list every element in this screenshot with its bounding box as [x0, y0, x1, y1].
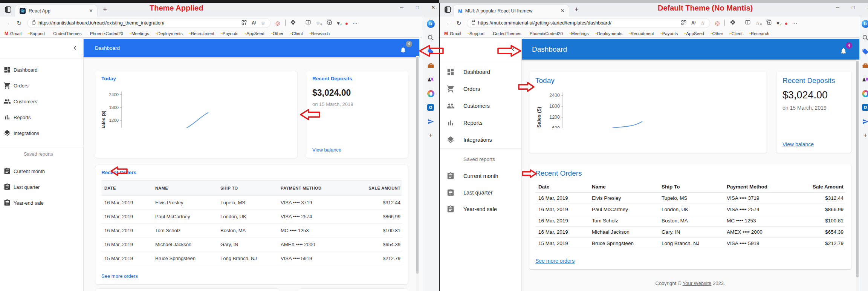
collections-icon[interactable]: [327, 20, 332, 26]
games-icon[interactable]: ♟♜: [861, 75, 868, 84]
sidebar-item-reports[interactable]: Reports: [440, 114, 521, 131]
browser-essentials-icon[interactable]: ♥✓: [776, 20, 782, 26]
minimize-button[interactable]: ─: [834, 5, 841, 10]
sidebar-item-last-quarter[interactable]: Last quarter: [0, 179, 83, 195]
bookmark-support[interactable]: Support: [468, 31, 484, 36]
outlook-icon[interactable]: O: [426, 103, 435, 112]
bookmark-gmail[interactable]: MGmail: [444, 31, 461, 36]
address-bar[interactable]: https://mantisdashboard.io/react/existin…: [27, 18, 270, 28]
add-icon[interactable]: +: [426, 131, 435, 139]
address-bar[interactable]: https://mui.com/material-ui/getting-star…: [467, 18, 710, 28]
office365-icon[interactable]: [426, 89, 435, 98]
tab-close-icon[interactable]: ✕: [88, 8, 94, 14]
sidebar-item-reports[interactable]: Reports: [0, 109, 83, 125]
collapse-drawer-icon[interactable]: [71, 44, 79, 52]
tools-icon[interactable]: [861, 61, 868, 70]
scrollbar-thumb[interactable]: [856, 61, 859, 277]
designer-icon[interactable]: [426, 117, 435, 126]
maximize-button[interactable]: □: [414, 5, 421, 10]
more-options-icon[interactable]: ⋯: [352, 20, 358, 26]
bookmark-gmail[interactable]: MGmail: [5, 31, 21, 36]
notifications-button[interactable]: 4: [400, 43, 410, 53]
favorites-hub-icon[interactable]: ☆≡: [755, 20, 761, 26]
apps-grid-icon[interactable]: [681, 20, 686, 26]
shopping-icon[interactable]: [861, 47, 868, 56]
tools-icon[interactable]: [426, 61, 435, 70]
profile-icon[interactable]: [285, 20, 286, 26]
bookmark-appseed[interactable]: AppSeed: [245, 31, 264, 36]
bookmark-meetings[interactable]: Meetings: [569, 31, 589, 36]
sidebar-item-dashboard[interactable]: Dashboard: [0, 62, 83, 78]
favorite-star-icon[interactable]: ☆: [700, 20, 705, 26]
page-scrollbar[interactable]: [416, 56, 419, 291]
bookmark-recruitment[interactable]: Recruitment: [189, 31, 214, 36]
sidebar-item-customers[interactable]: Customers: [440, 97, 521, 114]
sidebar-item-current-month[interactable]: Current month: [440, 168, 521, 184]
bookmark-meetings[interactable]: Meetings: [130, 31, 149, 36]
screenshot-target-icon[interactable]: ◎: [275, 20, 280, 26]
screenshot-target-icon[interactable]: ◎: [715, 20, 720, 26]
new-tab-button[interactable]: +: [575, 5, 579, 14]
shopping-icon[interactable]: [426, 47, 435, 56]
bookmark-payouts[interactable]: Payouts: [221, 31, 238, 36]
games-icon[interactable]: ♟♜: [426, 75, 435, 84]
add-icon[interactable]: +: [861, 131, 868, 139]
search-icon[interactable]: [861, 34, 868, 42]
scrollbar-thumb[interactable]: [416, 57, 419, 274]
favorite-star-icon[interactable]: ☆: [261, 20, 265, 26]
browser-tab[interactable]: M MUI: A popular React UI framew ✕: [454, 5, 569, 17]
back-icon[interactable]: ←: [5, 20, 14, 26]
tab-actions-icon[interactable]: [5, 6, 11, 13]
refresh-icon[interactable]: ↻: [454, 20, 464, 27]
sidebar-item-integrations[interactable]: Integrations: [440, 131, 521, 148]
browser-essentials-icon[interactable]: ♥✓: [337, 20, 342, 26]
more-options-icon[interactable]: ⋯: [792, 20, 798, 26]
favorites-hub-icon[interactable]: ☆≡: [316, 20, 322, 26]
bookmark-other[interactable]: Other: [711, 31, 723, 36]
bookmark-recruitment[interactable]: Recruitment: [629, 31, 654, 36]
outlook-icon[interactable]: O: [861, 103, 868, 112]
bookmark-deployments[interactable]: Deployments: [595, 31, 622, 36]
bookmark-deployments[interactable]: Deployments: [156, 31, 183, 36]
copilot-icon[interactable]: b: [426, 20, 435, 28]
bookmark-codedthemes[interactable]: CodedThemes: [51, 31, 81, 36]
bookmark-support[interactable]: Support: [28, 31, 45, 36]
tab-actions-icon[interactable]: [445, 6, 451, 13]
sidebar-item-year-end-sale[interactable]: Year-end sale: [440, 201, 521, 217]
new-tab-button[interactable]: +: [103, 5, 107, 14]
bookmark-payouts[interactable]: Payouts: [660, 31, 678, 36]
bookmark-client[interactable]: Client: [290, 31, 303, 36]
sidebar-item-year-end-sale[interactable]: Year-end sale: [0, 195, 83, 211]
bookmark-appseed[interactable]: AppSeed: [684, 31, 704, 36]
apps-grid-icon[interactable]: [241, 20, 247, 26]
bookmark-research[interactable]: Research: [309, 31, 330, 36]
sidebar-item-dashboard[interactable]: Dashboard: [440, 63, 521, 80]
profile-icon[interactable]: [724, 20, 725, 26]
see-more-orders-link[interactable]: See more orders: [101, 273, 138, 279]
sidebar-item-orders[interactable]: Orders: [0, 78, 83, 93]
bookmark-other[interactable]: Other: [271, 31, 284, 36]
see-more-orders-link[interactable]: See more orders: [535, 258, 575, 264]
bookmark-codedthemes[interactable]: CodedThemes: [491, 31, 521, 36]
view-balance-link[interactable]: View balance: [312, 147, 341, 153]
bookmark-phoenixcoded20[interactable]: PhoenixCoded20: [528, 31, 563, 36]
minimize-button[interactable]: ─: [398, 5, 405, 10]
bookmark-phoenixcoded20[interactable]: PhoenixCoded20: [88, 31, 123, 36]
close-button[interactable]: ✕: [866, 5, 868, 10]
read-aloud-icon[interactable]: A): [691, 20, 695, 26]
collapse-drawer-icon[interactable]: [509, 46, 517, 53]
page-scrollbar[interactable]: [856, 60, 859, 291]
close-button[interactable]: ✕: [430, 5, 437, 10]
copilot-icon[interactable]: b: [861, 20, 868, 28]
search-icon[interactable]: [426, 34, 435, 42]
sidebar-item-orders[interactable]: Orders: [440, 80, 521, 97]
office365-icon[interactable]: [861, 89, 868, 98]
back-icon[interactable]: ←: [444, 20, 454, 26]
tab-close-icon[interactable]: ✕: [559, 8, 566, 14]
collections-icon[interactable]: [766, 20, 772, 26]
view-balance-link[interactable]: View balance: [782, 141, 814, 147]
extension-flower-icon[interactable]: [290, 20, 296, 26]
split-screen-icon[interactable]: [306, 20, 311, 26]
sidebar-item-current-month[interactable]: Current month: [0, 163, 83, 179]
copyright-website-link[interactable]: Your Website: [683, 280, 712, 286]
